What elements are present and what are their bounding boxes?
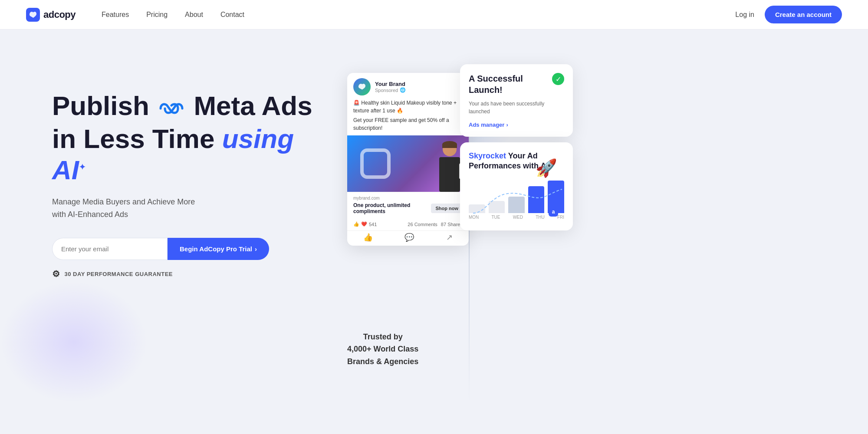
hero-title: Publish Meta Ads in Less Time using AI✦ [52, 90, 330, 185]
ad-reactions: 👍❤️ 541 26 Comments 87 Shares [347, 218, 469, 230]
create-account-button[interactable]: Create an account [765, 6, 842, 23]
label-thu: THU [536, 215, 545, 220]
arrow-icon: › [255, 245, 257, 253]
login-button[interactable]: Log in [735, 11, 754, 19]
person-head [443, 142, 457, 156]
nav-contact[interactable]: Contact [220, 11, 244, 19]
adcopy-small-logo: a [549, 207, 558, 217]
globe-icon: 🌐 [400, 87, 406, 93]
shield-icon: ⚙ [52, 269, 60, 279]
comment-button[interactable]: 💬 [404, 233, 414, 242]
title-in-less-time: in Less Time [52, 124, 222, 154]
bar-thu [528, 186, 545, 213]
nav-pricing[interactable]: Pricing [146, 11, 168, 19]
hero-subtitle: Manage Media Buyers and Achieve More wit… [52, 196, 330, 221]
navbar: adcopy Features Pricing About Contact Lo… [0, 0, 868, 30]
trusted-text: Trusted by 4,000+ World Class Brands & A… [347, 331, 418, 368]
ad-actions-bar: 👍 💬 ↗ [347, 230, 469, 246]
share-button[interactable]: ↗ [446, 233, 453, 242]
cta-button[interactable]: Begin AdCopy Pro Trial › [168, 238, 269, 260]
trusted-section: Trusted by 4,000+ World Class Brands & A… [347, 331, 418, 368]
ad-image [347, 135, 469, 192]
success-title: A Successful Launch! [469, 73, 552, 95]
nav-about[interactable]: About [185, 11, 203, 19]
ad-preview-card: Your Brand Sponsored 🌐 🚨 Healthy skin Li… [347, 73, 469, 246]
ad-card-header: Your Brand Sponsored 🌐 [347, 73, 469, 99]
nav-features[interactable]: Features [102, 11, 129, 19]
brand-info: Your Brand Sponsored 🌐 [375, 81, 463, 93]
nav-links: Features Pricing About Contact [102, 11, 735, 19]
logo-link[interactable]: adcopy [26, 8, 76, 22]
label-fri: FRI [557, 215, 564, 220]
person-body [439, 157, 460, 192]
label-wed: WED [513, 215, 523, 220]
rocket-icon: 🚀 [536, 158, 557, 178]
guarantee-badge: ⚙ 30 DAY PERFORMANCE GUARANTEE [52, 269, 330, 279]
email-input[interactable] [52, 238, 168, 260]
ads-manager-link[interactable]: Ads manager › [469, 122, 564, 128]
ad-body-text: 🚨 Healthy skin Liquid Makeup visibly ton… [347, 99, 469, 135]
ad-footer-row: One product, unlimited compliments Shop … [353, 202, 463, 214]
like-button[interactable]: 👍 [363, 233, 373, 242]
star-icon: ✦ [79, 163, 85, 171]
hero-left: Publish Meta Ads in Less Time using AI✦ … [52, 56, 330, 403]
meta-logo-icon [158, 92, 184, 123]
success-card-header: A Successful Launch! ✓ [469, 73, 564, 95]
sponsored-label: Sponsored 🌐 [375, 87, 463, 93]
person-figure [439, 142, 460, 192]
skyrocket-highlight: Skyrocket [469, 151, 506, 160]
title-publish: Publish [52, 91, 157, 121]
label-mon: MON [469, 215, 479, 220]
success-description: Your ads have been successfully launched [469, 100, 564, 115]
skyrocket-header: Skyrocket Your Ad Performances with AI 🚀 [469, 151, 564, 171]
ad-footer: mybrand.com One product, unlimited compl… [347, 192, 469, 218]
label-tue: TUE [492, 215, 500, 220]
logo-text: adcopy [43, 9, 76, 20]
hero-form: Begin AdCopy Pro Trial › [52, 238, 269, 260]
engagement-stats: 26 Comments 87 Shares [408, 222, 463, 227]
bar-wed [508, 197, 525, 213]
bar-mon [469, 204, 485, 213]
skyrocket-card: Skyrocket Your Ad Performances with AI 🚀 [460, 142, 573, 230]
brand-shape [360, 148, 391, 179]
logo-icon [26, 8, 40, 22]
success-check-icon: ✓ [552, 73, 564, 85]
nav-actions: Log in Create an account [735, 6, 842, 23]
bar-tue [489, 201, 505, 213]
brand-name: Your Brand [375, 81, 463, 87]
hero-right: Your Brand Sponsored 🌐 🚨 Healthy skin Li… [330, 56, 573, 403]
success-card: A Successful Launch! ✓ Your ads have bee… [460, 64, 573, 137]
performance-chart: MON TUE WED THU FRI a [469, 178, 564, 222]
title-meta-ads: Meta Ads [194, 91, 312, 121]
chevron-right-icon: › [506, 122, 508, 128]
reactions-count: 👍❤️ 541 [353, 221, 377, 227]
person-hair [442, 141, 457, 148]
hero-section: Publish Meta Ads in Less Time using AI✦ … [0, 30, 868, 403]
shop-now-button[interactable]: Shop now [431, 204, 463, 213]
brand-avatar [353, 78, 371, 95]
